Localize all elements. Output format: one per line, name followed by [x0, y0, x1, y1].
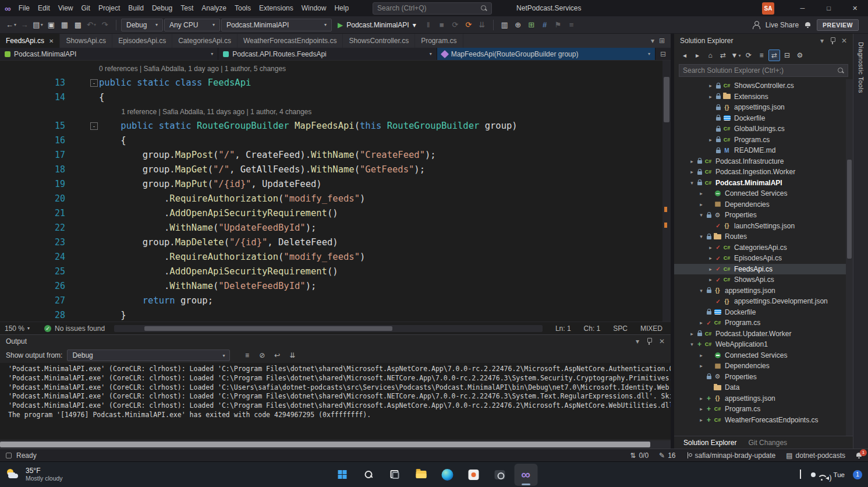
refresh-icon[interactable]: ⟳	[743, 50, 754, 61]
expand-icon[interactable]: ▸	[707, 255, 714, 261]
collapse-all-icon[interactable]: ⊟	[781, 50, 793, 61]
tree-item-dependencies[interactable]: ▸Dependencies	[674, 361, 853, 372]
menu-debug[interactable]: Debug	[148, 1, 176, 15]
scrollbar-thumb[interactable]	[664, 77, 669, 122]
tree-item-properties[interactable]: ▾⚙Properties	[674, 210, 853, 221]
document-health[interactable]: ✓ No issues found	[44, 324, 105, 333]
tree-item-launchsettings-json[interactable]: ✓{}launchSettings.json	[674, 221, 853, 232]
fold-marker-icon[interactable]: -	[90, 122, 98, 130]
tree-item-appsettings-development-json[interactable]: ✓{}appsettings.Development.json	[674, 296, 853, 307]
close-panel-icon[interactable]: ✕	[841, 37, 847, 45]
tree-item-weatherforecastendpoints-cs[interactable]: ▸+C#WeatherForecastEndpoints.cs	[674, 415, 853, 426]
menu-window[interactable]: Window	[297, 1, 331, 15]
tree-vertical-scrollbar[interactable]	[846, 79, 853, 436]
output-source-dropdown[interactable]: Debug ▾	[67, 350, 230, 361]
save-all-icon[interactable]: ▩	[72, 18, 84, 32]
tree-item-data[interactable]: Data	[674, 382, 853, 393]
tree-item-program-cs[interactable]: ▸+C#Program.cs	[674, 404, 853, 415]
filter-icon[interactable]: ▼▾	[730, 50, 742, 61]
open-file-icon[interactable]: ▣	[45, 18, 58, 32]
expand-icon[interactable]: ▸	[697, 190, 705, 196]
tab-weatherforecastendpoints-cs[interactable]: WeatherForecastEndpoints.cs	[238, 34, 343, 48]
search-button[interactable]	[357, 464, 380, 486]
expand-icon[interactable]: ▸	[697, 352, 705, 358]
expand-icon[interactable]: ▸	[707, 83, 714, 89]
tab-episodesapi-cs[interactable]: EpisodesApi.cs	[112, 34, 172, 48]
bookmarks-icon[interactable]: ⚑	[552, 18, 565, 32]
save-icon[interactable]: ▦	[58, 18, 71, 32]
notifications-item[interactable]: 1	[856, 453, 862, 458]
tab-list-chevron-icon[interactable]: ▾	[651, 37, 654, 45]
column-indicator[interactable]: Ch: 1	[580, 324, 604, 333]
sync-commits-item[interactable]: ⇅ 0/0	[630, 451, 649, 460]
tree-item-appsettings-json[interactable]: {}appsettings.json	[674, 102, 853, 113]
tree-item-podcast-minimalapi[interactable]: ▾C#Podcast.MinimalAPI	[674, 178, 853, 189]
expand-icon[interactable]: ▸	[707, 137, 714, 143]
expand-icon[interactable]: ▸	[697, 396, 705, 401]
zoom-dropdown[interactable]: 150 % ▾	[5, 324, 38, 333]
panel-tab-git-changes[interactable]: Git Changes	[743, 437, 792, 448]
tree-item-episodesapi-cs[interactable]: ▸✓C#EpisodesApi.cs	[674, 253, 853, 264]
expand-icon[interactable]: ▸	[707, 266, 714, 272]
line-indicator[interactable]: Ln: 1	[552, 324, 575, 333]
platform-dropdown[interactable]: Any CPU ▾	[164, 19, 220, 31]
snipping-tool-button[interactable]	[488, 464, 511, 486]
expand-icon[interactable]: ▸	[688, 169, 696, 175]
close-tab-icon[interactable]: ✕	[49, 38, 54, 44]
expand-icon[interactable]: ▸	[688, 331, 696, 337]
breadcrumb-project-dropdown[interactable]: Podcast.MinimalAPI ▾	[0, 48, 218, 60]
menu-help[interactable]: Help	[330, 1, 353, 15]
float-tab-icon[interactable]: ⊞	[659, 37, 665, 45]
collapse-icon[interactable]: ▾	[697, 212, 705, 218]
tree-item-podcast-ingestion-worker[interactable]: ▸C#Podcast.Ingestion.Worker	[674, 167, 853, 178]
pending-edits-item[interactable]: ✎ 16	[659, 451, 675, 460]
collapse-icon[interactable]: ▾	[697, 234, 705, 239]
tree-item-dockerfile[interactable]: Dockerfile	[674, 307, 853, 318]
tree-item-appsettings-json[interactable]: ▸+{}appsettings.json	[674, 393, 853, 404]
close-button[interactable]: ✕	[842, 0, 868, 16]
codelens-indicator[interactable]: 0 references | Safia Abdalla, 1 day ago …	[99, 65, 286, 73]
output-horizontal-scrollbar[interactable]	[0, 440, 671, 449]
tree-item-appsettings-json[interactable]: ▾{}appsettings.json	[674, 285, 853, 297]
pin-icon[interactable]	[830, 37, 835, 44]
fold-marker-icon[interactable]: -	[90, 79, 98, 87]
collapse-icon[interactable]: ▾	[688, 180, 696, 186]
messages-icon[interactable]: ≡	[240, 350, 253, 361]
task-list-icon[interactable]: ≡	[565, 18, 578, 32]
weather-widget[interactable]: 35°F Mostly cloudy	[6, 467, 63, 482]
startup-project-dropdown[interactable]: Podcast.MinimalAPI ▾	[221, 19, 332, 31]
menu-project[interactable]: Project	[94, 1, 124, 15]
tree-item-globalusings-cs[interactable]: C#GlobalUsings.cs	[674, 123, 853, 135]
breadcrumb-type-dropdown[interactable]: Podcast.API.Routes.FeedsApi ▾	[218, 48, 437, 60]
output-log[interactable]: 'Podcast.MinimalAPI.exe' (CoreCLR: clrho…	[0, 363, 671, 439]
expand-icon[interactable]: ▸	[697, 417, 705, 423]
taskbar-notification-badge[interactable]: 1	[853, 470, 862, 479]
expand-icon[interactable]: ▸	[707, 277, 714, 283]
breadcrumb-member-dropdown[interactable]: MapFeedsApi(RouteGroupBuilder group) ▾	[437, 48, 656, 60]
tree-item-routes[interactable]: ▾Routes	[674, 231, 853, 242]
menu-edit[interactable]: Edit	[34, 1, 54, 15]
tree-item-feedsapi-cs[interactable]: ▸✓C#FeedsApi.cs	[674, 264, 853, 275]
expand-icon[interactable]: ▸	[697, 320, 705, 326]
window-position-chevron-icon[interactable]: ▾	[820, 37, 824, 45]
autoscroll-icon[interactable]: ⇊	[286, 350, 299, 361]
tree-item-connected-services[interactable]: ▸Connected Services	[674, 188, 853, 199]
attach-to-process-icon[interactable]: ⊕	[512, 18, 525, 32]
tab-feedsapi-cs[interactable]: FeedsApi.cs✕	[0, 34, 60, 48]
undo-icon[interactable]: ↶▾	[85, 18, 98, 32]
expand-icon[interactable]: ▸	[697, 202, 705, 207]
expand-icon[interactable]: ▸	[697, 406, 705, 412]
forward-icon[interactable]: ▸	[692, 50, 703, 61]
tab-categoriesapi-cs[interactable]: CategoriesApi.cs	[172, 34, 238, 48]
tree-item-showsapi-cs[interactable]: ▸✓C#ShowsApi.cs	[674, 274, 853, 285]
apply-code-changes-icon[interactable]: ⇊	[476, 18, 488, 32]
diagnostic-tools-tab[interactable]: Diagnostic Tools	[858, 42, 865, 449]
menu-view[interactable]: View	[54, 1, 77, 15]
notifications-bell-icon[interactable]	[805, 22, 811, 28]
split-editor-icon[interactable]: ⊟	[656, 48, 671, 60]
panel-tab-solution-explorer[interactable]: Solution Explorer	[679, 437, 741, 448]
solution-search-input[interactable]: Search Solution Explorer (Ctrl+;)	[679, 64, 848, 77]
pin-icon[interactable]	[646, 338, 652, 345]
collapse-icon[interactable]: ▾	[688, 341, 696, 347]
menu-extensions[interactable]: Extensions	[255, 1, 297, 15]
